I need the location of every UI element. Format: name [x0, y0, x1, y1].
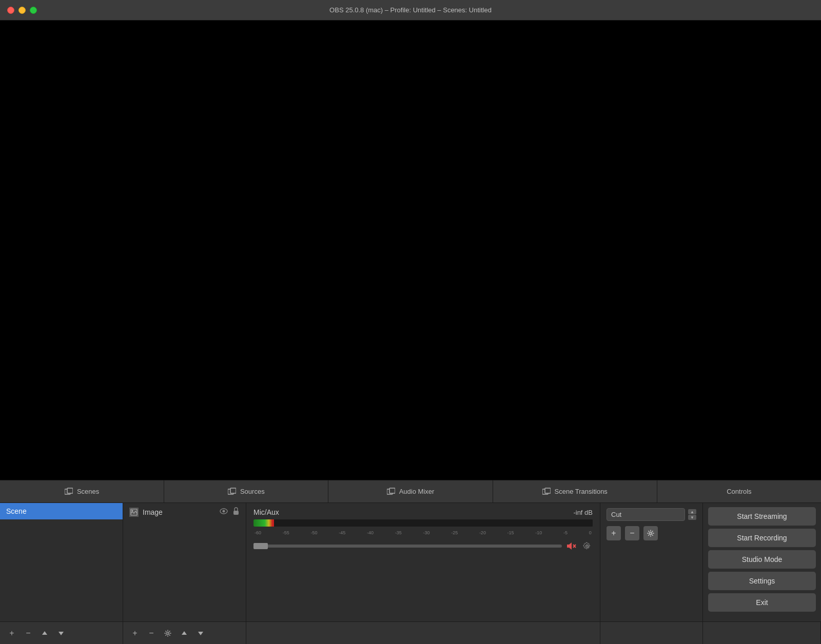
svg-rect-7 — [545, 488, 551, 493]
volume-slider[interactable] — [253, 545, 562, 548]
sources-panel: Image — [123, 503, 246, 621]
sources-toolbar: + − — [123, 622, 246, 644]
scene-transitions-panel-label: Scene Transitions — [555, 488, 608, 495]
scenes-move-up-button[interactable] — [38, 627, 51, 640]
audio-channel: Mic/Aux -inf dB -60 -55 -50 -45 -40 -35 … — [253, 508, 593, 552]
close-button[interactable] — [7, 7, 14, 14]
svg-point-16 — [167, 632, 169, 634]
svg-point-11 — [223, 510, 225, 513]
bottom-panel: Scenes Sources Audio Mixer Scene Transit… — [0, 480, 821, 644]
panel-toolbars: + − + − — [0, 621, 821, 644]
transitions-toolbar — [600, 622, 703, 644]
maximize-button[interactable] — [30, 7, 37, 14]
svg-rect-1 — [67, 488, 73, 493]
audio-mixer-toolbar — [246, 622, 600, 644]
sources-move-down-button[interactable] — [194, 627, 207, 640]
exit-button[interactable]: Exit — [708, 593, 816, 612]
transition-up-arrow[interactable]: ▲ — [688, 509, 696, 514]
audio-mixer-icon — [387, 488, 395, 496]
scenes-panel-header: Scenes — [0, 480, 164, 502]
controls-panel: Start Streaming Start Recording Studio M… — [703, 503, 821, 621]
source-lock-icon[interactable] — [232, 507, 240, 517]
mute-button[interactable] — [566, 540, 577, 552]
controls-toolbar — [703, 622, 821, 644]
scenes-icon — [65, 488, 73, 496]
sources-add-button[interactable]: + — [128, 627, 142, 640]
sources-move-up-button[interactable] — [178, 627, 191, 640]
audio-mixer-panel-header: Audio Mixer — [328, 480, 493, 502]
sources-panel-label: Sources — [240, 488, 265, 495]
transition-remove-button[interactable]: − — [625, 526, 639, 540]
window-title: OBS 25.0.8 (mac) – Profile: Untitled – S… — [329, 6, 492, 14]
source-item[interactable]: Image — [123, 503, 246, 521]
transition-type-select[interactable]: Cut — [607, 508, 685, 521]
sources-settings-button[interactable] — [161, 627, 174, 640]
scenes-panel: Scene — [0, 503, 123, 621]
scenes-add-button[interactable]: + — [5, 627, 18, 640]
scenes-panel-label: Scenes — [77, 488, 99, 495]
scenes-move-down-button[interactable] — [54, 627, 68, 640]
svg-rect-12 — [233, 511, 239, 515]
audio-mixer-panel-label: Audio Mixer — [399, 488, 435, 495]
audio-settings-button[interactable] — [581, 540, 593, 552]
sources-panel-header: Sources — [164, 480, 328, 502]
meter-scale: -60 -55 -50 -45 -40 -35 -30 -25 -20 -15 … — [253, 530, 593, 535]
panels-content: Scene Image — [0, 503, 821, 621]
source-visibility-icon[interactable] — [219, 508, 228, 516]
title-bar: OBS 25.0.8 (mac) – Profile: Untitled – S… — [0, 0, 821, 21]
audio-level-meter — [253, 519, 593, 527]
svg-point-9 — [132, 510, 133, 511]
scene-item[interactable]: Scene — [0, 503, 123, 519]
source-item-name: Image — [143, 508, 215, 516]
window-controls — [7, 7, 37, 14]
audio-db-value: -inf dB — [573, 509, 593, 516]
audio-channel-name: Mic/Aux — [253, 508, 279, 516]
scenes-toolbar: + − — [0, 622, 123, 644]
start-streaming-button[interactable]: Start Streaming — [708, 507, 816, 526]
controls-panel-label: Controls — [727, 488, 751, 495]
controls-panel-header: Controls — [657, 480, 821, 502]
sources-icon — [228, 488, 236, 496]
panel-headers: Scenes Sources Audio Mixer Scene Transit… — [0, 480, 821, 503]
scene-transitions-icon — [542, 488, 551, 496]
scene-transitions-panel: Cut ▲ ▼ + − — [600, 503, 703, 621]
preview-canvas — [0, 21, 821, 480]
transition-down-arrow[interactable]: ▼ — [688, 515, 696, 520]
image-source-icon — [129, 508, 139, 517]
scene-transitions-panel-header: Scene Transitions — [493, 480, 657, 502]
sources-remove-button[interactable]: − — [145, 627, 158, 640]
settings-button[interactable]: Settings — [708, 572, 816, 590]
minimize-button[interactable] — [18, 7, 26, 14]
svg-rect-5 — [389, 488, 395, 493]
svg-rect-3 — [230, 488, 236, 493]
scenes-remove-button[interactable]: − — [22, 627, 35, 640]
audio-mixer-panel: Mic/Aux -inf dB -60 -55 -50 -45 -40 -35 … — [246, 503, 600, 621]
volume-slider-thumb — [253, 543, 268, 549]
transition-arrows: ▲ ▼ — [688, 509, 696, 520]
transition-settings-button[interactable] — [643, 526, 658, 540]
svg-point-15 — [650, 532, 652, 534]
transition-add-button[interactable]: + — [607, 526, 621, 540]
studio-mode-button[interactable]: Studio Mode — [708, 550, 816, 569]
start-recording-button[interactable]: Start Recording — [708, 529, 816, 547]
